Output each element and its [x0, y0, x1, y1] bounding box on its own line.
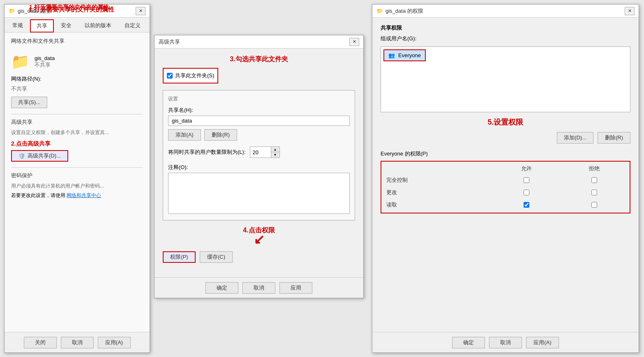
tab-previous[interactable]: 以前的版本 [78, 19, 118, 32]
perm-delete-btn[interactable]: 删除(R) [598, 132, 630, 144]
share-checkbox[interactable] [167, 73, 173, 79]
group-list-box[interactable]: 👥 Everyone [381, 46, 630, 112]
perm-full-allow-cb[interactable] [524, 177, 529, 183]
folder-details: gis_data 不共享 [35, 55, 55, 69]
perm-change-deny-cb[interactable] [591, 190, 597, 195]
folder-large-icon: 📁 [11, 53, 30, 70]
annotation-4: 4.点击权限 ↙ [163, 226, 355, 235]
permissions-table: 允许 拒绝 完全控制 更改 [383, 163, 628, 211]
perm-add-btn[interactable]: 添加(D)... [557, 132, 593, 144]
annotation-5: 5.设置权限 [381, 117, 630, 127]
perm-read-deny-cell [560, 199, 628, 211]
everyone-entry[interactable]: 👥 Everyone [383, 49, 426, 61]
advanced-ok-btn[interactable]: 确定 [205, 282, 238, 294]
folder-icon: 📁 [9, 8, 15, 14]
advanced-title-text: 高级共享 [159, 38, 180, 46]
annotation-1-overlay: 1.打开需要共享的文件夹的属性 [29, 6, 114, 14]
delete-share-btn[interactable]: 删除(R) [204, 129, 237, 141]
spinner-up-btn[interactable]: ▲ [271, 147, 279, 152]
advanced-controls: ✕ [349, 38, 359, 46]
permissions-btn[interactable]: 权限(P) [163, 251, 196, 263]
everyone-label: Everyone [398, 52, 421, 58]
password-desc2-row: 若要更改此设置，请使用 网络和共享中心 [11, 192, 143, 199]
group-action-btns: 添加(D)... 删除(R) [381, 132, 630, 144]
tab-custom[interactable]: 自定义 [118, 19, 147, 32]
perm-ok-btn[interactable]: 确定 [452, 337, 485, 348]
share-btn[interactable]: 共享(S)... [11, 97, 47, 108]
arrow-4: ↙ [254, 232, 265, 247]
comment-input[interactable] [168, 173, 350, 214]
share-permissions-label: 共享权限 [381, 24, 630, 32]
permissions-for-label: Everyone 的权限(P) [381, 150, 630, 158]
add-share-btn[interactable]: 添加(A) [168, 129, 201, 141]
network-section-label: 网络文件和文件夹共享 [11, 37, 143, 45]
perm-row-change: 更改 [383, 186, 628, 199]
perm-read-allow-cb[interactable] [524, 202, 529, 208]
perm-change-allow-cell [493, 186, 561, 199]
cancel-btn[interactable]: 取消 [61, 337, 94, 348]
permissions-close-btn[interactable]: ✕ [625, 7, 635, 15]
spinner-buttons: ▲ ▼ [271, 147, 279, 158]
comment-label: 注释(O): [168, 164, 350, 171]
advanced-share-btn[interactable]: 🛡️ 高级共享(D)... [11, 150, 68, 162]
perm-name-header [383, 163, 493, 174]
share-checkbox-label: 共享此文件夹(S) [175, 72, 214, 79]
properties-close-btn[interactable]: ✕ [136, 7, 145, 15]
share-name-input[interactable]: gis_data [168, 116, 350, 126]
permissions-title: 📁 gis_data 的权限 [376, 7, 423, 15]
close-btn[interactable]: 关闭 [24, 337, 57, 348]
perm-row-full: 完全控制 [383, 174, 628, 186]
cache-btn[interactable]: 缓存(C) [200, 251, 233, 263]
advanced-desc: 设置自定义权限，创建多个共享，并设置其... [11, 129, 143, 136]
perm-full-deny-cell [560, 174, 628, 186]
settings-group: 设置 共享名(H): gis_data 添加(A) 删除(R) 将同时共享的用户… [163, 90, 355, 220]
advanced-apply-btn[interactable]: 应用 [279, 282, 312, 294]
apply-btn[interactable]: 应用(A) [98, 337, 131, 348]
advanced-close-btn[interactable]: ✕ [349, 38, 359, 46]
spinner-down-btn[interactable]: ▼ [271, 152, 279, 158]
folder-info: 📁 gis_data 不共享 [11, 48, 143, 75]
action-buttons-row: 权限(P) 缓存(C) [163, 251, 355, 263]
user-limit-spinner: ▲ ▼ [250, 146, 280, 158]
properties-tabs: 常规 共享 安全 以前的版本 自定义 [5, 18, 150, 32]
network-center-link[interactable]: 网络和共享中心 [67, 192, 101, 198]
password-desc1: 用户必须具有此计算机的用户帐户和密码... [11, 183, 143, 190]
permissions-table-wrapper: 允许 拒绝 完全控制 更改 [381, 161, 630, 213]
tab-security[interactable]: 安全 [55, 19, 78, 32]
network-path-label: 网络路径(N): [11, 76, 42, 82]
share-name-label: 共享名(H): [168, 107, 350, 114]
advanced-share-section: 高级共享 设置自定义权限，创建多个共享，并设置其... 2.点击高级共享 🛡️ … [11, 118, 143, 162]
annotation-2: 2.点击高级共享 [11, 140, 143, 148]
perm-full-label: 完全控制 [383, 174, 493, 186]
properties-window: 📁 gis_data 属性 ✕ 1.打开需要共享的文件夹的属性 常规 共享 安全… [4, 4, 150, 353]
password-section: 密码保护 用户必须具有此计算机的用户帐户和密码... 若要更改此设置，请使用 网… [11, 172, 143, 199]
tab-general[interactable]: 常规 [6, 19, 29, 32]
tab-sharing[interactable]: 共享 [30, 19, 54, 32]
comment-row: 注释(O): [168, 164, 350, 215]
perm-apply-btn[interactable]: 应用(A) [526, 337, 559, 348]
advanced-titlebar: 高级共享 ✕ [155, 35, 363, 49]
add-delete-row: 添加(A) 删除(R) [168, 129, 350, 141]
perm-full-deny-cb[interactable] [591, 177, 597, 183]
permissions-titlebar: 📁 gis_data 的权限 ✕ [372, 5, 639, 18]
perm-cancel-btn[interactable]: 取消 [489, 337, 522, 348]
perm-read-deny-cb[interactable] [591, 202, 597, 208]
properties-footer: 关闭 取消 应用(A) [5, 332, 150, 352]
folder-name: gis_data [35, 55, 55, 61]
password-section-label: 密码保护 [11, 172, 143, 179]
perm-read-allow-cell [493, 199, 561, 211]
permissions-title-text: gis_data 的权限 [385, 7, 423, 15]
perm-change-label: 更改 [383, 186, 493, 199]
permissions-content: 共享权限 组或用户名(G): 👥 Everyone 5.设置权限 添加(D)..… [372, 18, 639, 332]
perm-change-allow-cb[interactable] [524, 190, 529, 195]
advanced-cancel-btn[interactable]: 取消 [242, 282, 275, 294]
permissions-controls: ✕ [625, 7, 635, 15]
user-limit-input[interactable] [250, 148, 271, 157]
network-path-value: 不共享 [11, 85, 143, 93]
properties-controls: ✕ [136, 7, 145, 15]
perm-row-read: 读取 [383, 199, 628, 211]
folder-share-status: 不共享 [35, 61, 55, 69]
advanced-content: 3.勾选共享此文件夹 共享此文件夹(S) 设置 共享名(H): gis_data… [155, 49, 363, 269]
perm-deny-header: 拒绝 [560, 163, 628, 174]
annotation-3: 3.勾选共享此文件夹 [163, 55, 355, 64]
